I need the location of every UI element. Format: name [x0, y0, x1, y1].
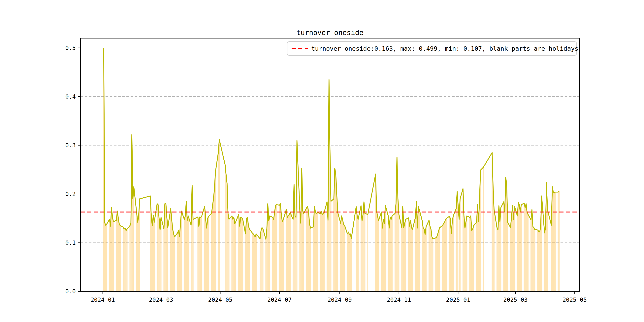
day-bar: [526, 204, 527, 292]
day-bar: [160, 230, 160, 292]
day-bar: [158, 205, 158, 292]
day-bar: [344, 225, 345, 292]
day-bar: [266, 229, 267, 292]
day-bar: [466, 216, 468, 292]
day-bar: [340, 223, 341, 292]
day-bar: [351, 238, 352, 292]
day-bar: [378, 221, 379, 292]
day-bar: [315, 212, 316, 292]
legend-label: turnover_oneside:0.163, max: 0.499, min:…: [311, 45, 578, 52]
day-bar: [310, 228, 311, 292]
day-bar: [113, 222, 114, 292]
day-bar: [124, 229, 125, 292]
day-bar: [171, 219, 172, 292]
day-bar: [160, 218, 162, 292]
x-tick-label: 2024-11: [387, 296, 411, 303]
day-bar: [109, 219, 110, 292]
day-bar: [212, 206, 213, 292]
day-bar: [443, 223, 444, 292]
day-bar: [405, 219, 406, 292]
day-bar: [300, 223, 301, 292]
day-bar: [185, 216, 186, 292]
day-bar: [343, 224, 344, 292]
day-bar: [139, 199, 140, 292]
day-bar: [275, 205, 276, 292]
day-bar: [309, 224, 310, 292]
day-bar: [559, 191, 560, 292]
day-bar: [262, 229, 264, 292]
day-bar: [404, 223, 405, 292]
day-bar: [539, 232, 540, 292]
day-bar: [347, 234, 348, 292]
day-bar: [254, 235, 255, 292]
day-bar: [167, 228, 168, 292]
day-bar: [308, 212, 309, 292]
day-bar: [307, 206, 308, 292]
day-bar: [321, 211, 322, 292]
day-bar: [166, 218, 167, 292]
day-bar: [118, 218, 119, 292]
turnover-line-path: [104, 48, 559, 239]
day-bar: [192, 219, 194, 292]
day-bar: [174, 237, 175, 292]
day-bar: [398, 199, 398, 292]
day-bar: [500, 208, 502, 292]
day-bar: [358, 219, 358, 292]
day-bar: [513, 219, 514, 292]
legend: turnover_oneside:0.163, max: 0.499, min:…: [287, 42, 578, 56]
day-bar: [281, 216, 282, 292]
day-bar: [528, 214, 528, 292]
day-bar: [224, 165, 226, 292]
day-bar: [360, 206, 362, 292]
day-bar: [265, 239, 266, 292]
day-bar: [530, 220, 532, 292]
day-bar: [289, 214, 290, 292]
day-bar: [507, 222, 508, 292]
day-bar: [457, 192, 458, 292]
day-bar: [333, 199, 334, 292]
day-bar: [547, 210, 548, 292]
day-bar: [504, 212, 505, 292]
day-bar: [274, 212, 275, 292]
day-bar: [324, 212, 324, 292]
day-bar: [153, 216, 154, 292]
day-bar: [496, 228, 498, 292]
day-bar: [201, 216, 202, 292]
day-bar: [394, 214, 396, 292]
day-bar: [555, 192, 556, 292]
day-bar: [524, 203, 525, 292]
day-bar: [154, 222, 155, 292]
day-bar: [219, 140, 220, 292]
day-bar: [483, 167, 484, 292]
day-bar: [349, 234, 350, 292]
day-bar: [206, 228, 207, 292]
day-bar: [525, 208, 526, 292]
day-bar: [412, 230, 413, 292]
day-bar: [458, 219, 460, 292]
day-bar: [130, 223, 132, 292]
day-bar: [419, 210, 420, 292]
day-bar: [228, 214, 228, 292]
day-bar: [180, 224, 181, 292]
day-bar: [199, 217, 200, 292]
day-bar: [188, 216, 189, 292]
day-bar: [520, 212, 521, 292]
day-bar: [241, 218, 242, 292]
y-tick-label: 0.5: [66, 44, 76, 51]
day-bar: [317, 212, 318, 292]
day-bar: [532, 226, 534, 292]
day-bar: [435, 238, 436, 292]
day-bar: [119, 224, 120, 292]
day-bar: [392, 216, 392, 292]
x-tick-label: 2025-01: [446, 296, 470, 303]
day-bar: [411, 228, 412, 292]
day-bar: [432, 239, 434, 292]
day-bar: [424, 229, 425, 292]
day-bar: [255, 237, 256, 292]
day-bar: [233, 218, 234, 292]
day-bar: [342, 219, 343, 292]
day-bar: [389, 228, 390, 292]
day-bar: [464, 216, 464, 292]
day-bar: [348, 232, 349, 292]
x-tick-label: 2024-07: [267, 296, 292, 303]
